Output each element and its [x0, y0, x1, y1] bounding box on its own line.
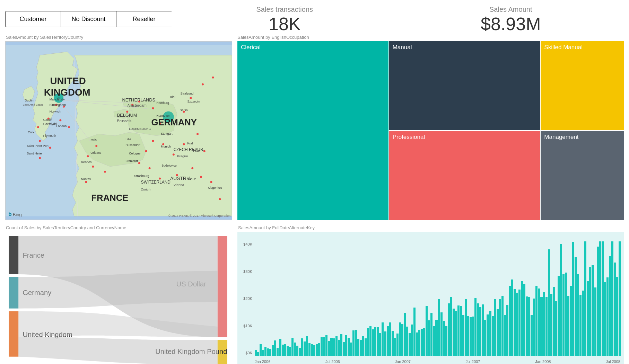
svg-text:BELGIUM: BELGIUM	[117, 113, 137, 118]
bing-icon: b	[8, 211, 12, 217]
svg-text:Dublin: Dublin	[25, 99, 33, 102]
chart-bar	[306, 336, 308, 356]
chart-bar	[348, 338, 350, 356]
treemap-title: SalesAmount by EnglishOccupation	[237, 35, 624, 40]
x-label-jul2007: Jul 2007	[466, 359, 480, 364]
treemap-cell-manual[interactable]: Manual	[389, 41, 540, 130]
svg-point-15	[37, 126, 39, 128]
chart-bar	[470, 317, 472, 356]
chart-bar	[579, 295, 582, 356]
map-container[interactable]: UNITED KINGDOM GERMANY FRANCE NETHERLAND…	[5, 41, 232, 220]
x-label-jul2006: Jul 2006	[325, 359, 340, 364]
chart-bar	[379, 333, 381, 356]
chart-bar	[330, 338, 332, 356]
chart-bar	[294, 343, 296, 356]
chart-bar	[501, 296, 504, 356]
chart-bar	[604, 282, 606, 356]
svg-text:Hannover: Hannover	[156, 114, 170, 117]
no-discount-filter-btn[interactable]: No Discount	[61, 11, 116, 27]
chart-bar	[438, 299, 440, 356]
chart-bar	[460, 306, 462, 356]
chart-bar	[284, 344, 286, 356]
kpi-area: Sales transactions 18K Sales Amount $8.9…	[172, 6, 624, 33]
svg-point-18	[39, 157, 41, 159]
chart-section: SalesAmount by FullDateAlternateKey $0K …	[234, 222, 624, 364]
svg-text:Strasbourg: Strasbourg	[134, 174, 149, 178]
svg-text:Brussels: Brussels	[117, 119, 132, 123]
treemap-clerical-label: Clerical	[241, 44, 261, 51]
chart-bar	[435, 320, 437, 356]
svg-text:Szczecin: Szczecin	[187, 100, 200, 103]
svg-text:Munich: Munich	[161, 145, 171, 148]
sankey-section: Count of Sales by SalesTerritoryCountry …	[5, 222, 234, 364]
chart-bar	[521, 281, 523, 356]
chart-bar	[575, 257, 577, 356]
svg-text:Cardiff: Cardiff	[43, 118, 53, 122]
chart-bar	[509, 286, 511, 356]
chart-bar	[528, 297, 530, 356]
treemap-cell-professional[interactable]: Professional	[389, 131, 540, 220]
chart-bar	[494, 299, 496, 356]
chart-bar	[401, 324, 403, 356]
chart-bar	[301, 338, 303, 356]
customer-filter-btn[interactable]: Customer	[5, 11, 61, 27]
chart-bar	[274, 340, 276, 356]
svg-text:Frankfurt: Frankfurt	[125, 159, 138, 163]
chart-bar	[448, 303, 450, 356]
chart-bar	[304, 341, 306, 356]
chart-bar	[592, 265, 594, 356]
chart-bar	[479, 307, 481, 356]
svg-point-20	[95, 145, 97, 147]
chart-bar	[572, 242, 574, 356]
treemap-cell-clerical[interactable]: Clerical	[237, 41, 388, 220]
chart-bar	[602, 241, 604, 356]
chart-bar	[433, 326, 435, 356]
chart-bar	[357, 339, 359, 356]
svg-point-23	[104, 171, 106, 173]
chart-bar	[257, 352, 259, 356]
chart-bar	[606, 277, 609, 356]
chart-bar	[540, 297, 542, 356]
svg-rect-103	[9, 277, 18, 309]
chart-bar	[587, 281, 589, 356]
chart-bar	[584, 241, 586, 356]
treemap-cell-skilled[interactable]: Skilled Manual	[541, 41, 624, 130]
y-label-40k: $40K	[239, 242, 252, 246]
chart-bar	[611, 241, 613, 356]
reseller-filter-btn[interactable]: Reseller	[116, 11, 172, 27]
svg-point-33	[202, 83, 204, 85]
chart-bar	[409, 333, 411, 356]
svg-text:Vaduz: Vaduz	[187, 177, 196, 181]
treemap-cell-management[interactable]: Management	[541, 131, 624, 220]
chart-bar	[316, 344, 318, 356]
chart-bar	[506, 305, 508, 356]
y-label-30k: $30K	[239, 269, 252, 274]
treemap-professional-label: Professional	[393, 134, 425, 141]
chart-bar	[416, 332, 418, 356]
chart-bar	[362, 336, 364, 356]
map-copyright: © 2017 HERE, © 2017 Microsoft Corporatio…	[168, 214, 230, 217]
svg-text:Nantes: Nantes	[81, 177, 91, 181]
chart-bar	[457, 305, 460, 356]
svg-text:LUXEMBOURG: LUXEMBOURG	[129, 127, 151, 131]
chart-bar	[489, 311, 491, 356]
chart-bar	[535, 286, 538, 356]
svg-point-34	[173, 153, 175, 156]
chart-bar	[413, 308, 416, 356]
chart-bar	[577, 274, 579, 356]
svg-text:Lille: Lille	[125, 137, 131, 141]
chart-bar	[609, 256, 611, 356]
chart-bar	[418, 330, 420, 356]
chart-bar	[399, 322, 401, 356]
svg-point-22	[92, 166, 94, 168]
svg-point-36	[196, 133, 199, 135]
sankey-container[interactable]: France Germany United Kingdom US Dollar …	[5, 232, 232, 364]
treemap-management-label: Management	[544, 134, 578, 141]
svg-text:Stuttgart: Stuttgart	[161, 132, 173, 135]
svg-text:Budejovice: Budejovice	[161, 164, 177, 167]
sales-amount-label: Sales Amount	[398, 6, 624, 14]
chart-bar	[287, 346, 289, 356]
svg-text:KINGDOM: KINGDOM	[44, 87, 90, 98]
svg-text:Kral: Kral	[187, 142, 193, 145]
svg-rect-102	[9, 236, 18, 274]
